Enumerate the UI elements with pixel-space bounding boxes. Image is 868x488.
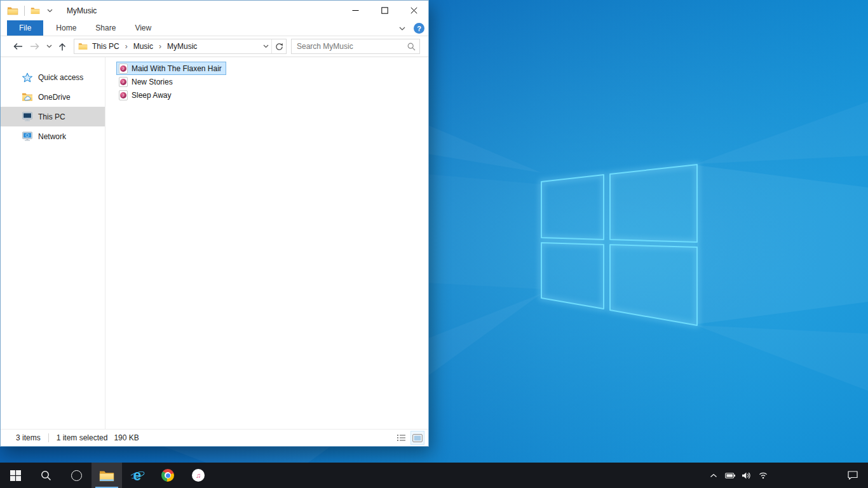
address-bar[interactable]: This PC › Music › MyMusic — [74, 39, 287, 54]
selection-count: 1 item selected — [57, 433, 108, 442]
music-file-icon: ♪ — [118, 90, 128, 100]
close-button[interactable] — [399, 1, 428, 20]
sidebar-item-label: OneDrive — [38, 93, 71, 102]
chrome-icon — [161, 469, 174, 482]
sidebar-item-network[interactable]: Network — [1, 126, 105, 146]
forward-button[interactable] — [27, 38, 43, 55]
taskbar-search-button[interactable] — [31, 463, 61, 488]
internet-explorer-button[interactable]: e — [122, 463, 153, 488]
sidebar-item-label: Network — [38, 132, 66, 141]
quick-access-star-icon — [22, 72, 33, 83]
music-note-glyph: ♪ — [118, 90, 128, 100]
itunes-icon: ♫ — [192, 469, 205, 482]
tab-share[interactable]: Share — [86, 20, 125, 36]
cortana-icon — [71, 470, 82, 481]
hidden-icons-chevron-icon[interactable] — [705, 463, 722, 488]
tab-file[interactable]: File — [7, 20, 43, 36]
search-icon[interactable] — [407, 43, 416, 51]
details-view-button[interactable] — [394, 431, 408, 445]
file-row-sleep-away[interactable]: ♪ Sleep Away — [116, 88, 176, 102]
sidebar-item-label: This PC — [38, 112, 65, 121]
music-file-icon: ♪ — [118, 64, 128, 74]
window-folder-icon — [7, 6, 18, 15]
tab-view[interactable]: View — [125, 20, 161, 36]
qat-separator — [24, 6, 25, 16]
address-folder-icon — [78, 43, 88, 50]
onedrive-folder-icon — [22, 92, 33, 102]
breadcrumb: This PC › Music › MyMusic — [89, 40, 260, 53]
start-button[interactable] — [0, 463, 31, 488]
qat-customize-chevron-icon[interactable] — [47, 9, 53, 13]
music-note-glyph: ♪ — [118, 64, 128, 74]
file-explorer-icon — [99, 470, 114, 482]
file-list[interactable]: ♪ Maid With The Flaxen Hair ♪ New Storie… — [105, 57, 428, 429]
navigation-pane: Quick access OneDrive — [1, 57, 105, 429]
address-dropdown-chevron-icon[interactable] — [260, 39, 271, 53]
help-button[interactable]: ? — [414, 23, 424, 34]
minimize-button[interactable] — [341, 1, 370, 20]
large-icons-view-button[interactable] — [410, 431, 424, 445]
search-icon — [41, 470, 51, 481]
sidebar-item-onedrive[interactable]: OneDrive — [1, 87, 105, 107]
file-name: New Stories — [132, 78, 173, 86]
breadcrumb-separator-icon: › — [123, 42, 130, 51]
explorer-body: Quick access OneDrive — [1, 57, 428, 429]
itunes-note-glyph: ♫ — [196, 472, 201, 479]
search-box — [291, 39, 420, 54]
desktop: MyMusic File Home Share View — [0, 0, 868, 488]
maximize-button[interactable] — [370, 1, 399, 20]
action-center-button[interactable] — [840, 463, 865, 488]
tab-home[interactable]: Home — [46, 20, 86, 36]
window-controls — [341, 1, 428, 20]
system-tray — [705, 463, 771, 488]
ribbon-right-controls: ? — [397, 20, 424, 36]
navigation-bar: This PC › Music › MyMusic — [1, 36, 428, 57]
battery-icon[interactable] — [722, 463, 738, 488]
itunes-button[interactable]: ♫ — [183, 463, 214, 488]
back-button[interactable] — [9, 38, 27, 55]
windows-logo — [541, 165, 697, 325]
action-center-icon — [847, 470, 858, 480]
expand-ribbon-chevron-icon[interactable] — [397, 24, 408, 33]
windows-start-icon — [10, 470, 21, 481]
sidebar-item-label: Quick access — [38, 73, 83, 82]
selection-size: 190 KB — [114, 433, 139, 442]
file-explorer-window: MyMusic File Home Share View — [0, 0, 429, 447]
status-bar: 3 items 1 item selected 190 KB — [1, 429, 428, 446]
view-switcher — [394, 431, 424, 445]
qat-folder-properties-icon[interactable] — [31, 7, 40, 15]
file-row-new-stories[interactable]: ♪ New Stories — [116, 75, 177, 88]
sidebar-item-quick-access[interactable]: Quick access — [1, 67, 105, 87]
file-name: Maid With The Flaxen Hair — [132, 64, 222, 73]
this-pc-monitor-icon — [22, 112, 33, 122]
taskbar: e ♫ — [0, 463, 868, 488]
internet-explorer-icon: e — [129, 467, 146, 484]
breadcrumb-this-pc[interactable]: This PC — [89, 40, 123, 53]
up-button[interactable] — [55, 38, 70, 55]
titlebar: MyMusic — [1, 1, 428, 20]
wifi-icon[interactable] — [755, 463, 771, 488]
file-row-maid-with-the-flaxen-hair[interactable]: ♪ Maid With The Flaxen Hair — [116, 62, 226, 75]
network-monitor-icon — [22, 132, 33, 142]
breadcrumb-mymusic[interactable]: MyMusic — [164, 40, 200, 53]
breadcrumb-music[interactable]: Music — [130, 40, 156, 53]
music-note-glyph: ♪ — [118, 77, 128, 87]
status-divider — [48, 433, 49, 442]
volume-icon[interactable] — [738, 463, 755, 488]
cortana-button[interactable] — [61, 463, 92, 488]
chrome-button[interactable] — [153, 463, 183, 488]
search-input[interactable] — [297, 42, 407, 51]
taskbar-file-explorer-button[interactable] — [92, 463, 122, 488]
quick-access-toolbar — [7, 6, 53, 16]
items-count: 3 items — [16, 433, 41, 442]
recent-locations-chevron-icon[interactable] — [43, 38, 55, 55]
music-file-icon: ♪ — [118, 77, 128, 87]
file-name: Sleep Away — [132, 91, 172, 100]
window-title: MyMusic — [67, 6, 97, 15]
refresh-button[interactable] — [272, 39, 286, 53]
ribbon-tab-bar: File Home Share View ? — [1, 20, 428, 36]
breadcrumb-separator-icon: › — [156, 42, 164, 51]
sidebar-item-this-pc[interactable]: This PC — [1, 107, 105, 126]
